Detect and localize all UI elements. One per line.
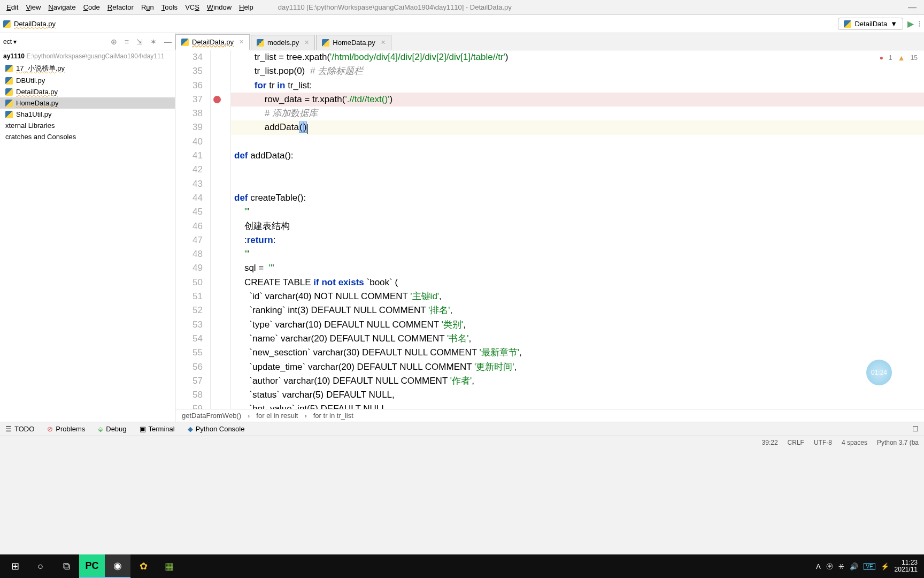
tree-item[interactable]: Sha1Util.py [0, 109, 175, 120]
tab-models[interactable]: models.py✕ [251, 35, 315, 50]
chevron-down-icon: ▼ [890, 20, 897, 28]
python-icon: ◆ [188, 425, 193, 433]
menu-refactor[interactable]: Refactor [104, 2, 137, 12]
tree-item[interactable]: 17_小说榜单.py [0, 62, 175, 75]
menu-tools[interactable]: Tools [158, 2, 181, 12]
nav-bar: DetailData.py DetailData ▼ ▶ ⁝ [0, 15, 924, 33]
volume-icon[interactable]: 🔊 [850, 562, 858, 571]
app-taskbar-icon[interactable]: ✿ [130, 554, 156, 578]
breadcrumb-item[interactable]: getDataFromWeb() [182, 412, 241, 420]
todo-icon: ☰ [5, 425, 12, 433]
nav-file-name: DetailData.py [14, 20, 56, 28]
tree-item-scratches[interactable]: cratches and Consoles [0, 131, 175, 142]
python-file-icon [5, 111, 13, 118]
breadcrumb-item[interactable]: for el in result [256, 412, 298, 420]
menu-bar: Edit View Navigate Code Refactor Run Too… [3, 2, 257, 12]
run-button-icon[interactable]: ▶ [907, 19, 914, 29]
python-file-icon [844, 20, 851, 28]
editor-tabs: DetailData.py✕ models.py✕ HomeData.py✕ [175, 33, 924, 50]
line-separator[interactable]: CRLF [788, 439, 804, 446]
hide-icon[interactable]: — [164, 37, 172, 46]
python-file-icon [181, 39, 189, 46]
system-tray[interactable]: ᐱ ㊥ ⚹ 🔊 VE ⚡ 11:23 2021/11 [816, 559, 922, 573]
start-button[interactable]: ⊞ [2, 554, 28, 578]
tray-chevron-icon[interactable]: ᐱ [816, 562, 821, 571]
title-bar: Edit View Navigate Code Refactor Run Too… [0, 0, 924, 15]
editor-area: DetailData.py✕ models.py✕ HomeData.py✕ ●… [175, 33, 924, 422]
breakpoint-column[interactable] [211, 50, 224, 409]
status-bar: 39:22 CRLF UTF-8 4 spaces Python 3.7 (ba [0, 436, 924, 448]
menu-help[interactable]: Help [236, 2, 257, 12]
problems-tool[interactable]: ⊘Problems [47, 425, 85, 433]
python-file-icon [5, 88, 13, 96]
python-file-icon [322, 39, 329, 47]
tool-window-bar: ☰TODO ⊘Problems ⬙Debug ▣Terminal ◆Python… [0, 422, 924, 436]
terminal-tool[interactable]: ▣Terminal [140, 425, 175, 433]
cursor-position[interactable]: 39:22 [762, 439, 778, 446]
line-gutter[interactable]: 3435363738394041424344454647484950515253… [175, 50, 211, 409]
run-config-selector[interactable]: DetailData ▼ [838, 18, 903, 30]
minimize-icon[interactable]: — [908, 3, 917, 12]
pycharm-taskbar-icon[interactable]: PC [79, 554, 105, 578]
menu-edit[interactable]: Edit [3, 2, 21, 12]
terminal-icon: ▣ [140, 425, 146, 433]
ime-icon[interactable]: ㊥ [826, 561, 833, 571]
close-icon[interactable]: ✕ [304, 39, 309, 46]
problems-icon: ⊘ [47, 425, 53, 433]
cortana-icon[interactable]: ○ [28, 554, 53, 578]
python-file-icon [5, 100, 13, 107]
app-tray-icon[interactable]: VE [864, 563, 875, 570]
interpreter[interactable]: Python 3.7 (ba [877, 439, 919, 446]
close-icon[interactable]: ✕ [239, 39, 244, 45]
tab-homedata[interactable]: HomeData.py✕ [316, 35, 391, 50]
app-taskbar-icon[interactable]: ▦ [156, 554, 182, 578]
menu-window[interactable]: Window [204, 2, 235, 12]
menu-code[interactable]: Code [80, 2, 103, 12]
menu-navigate[interactable]: Navigate [45, 2, 79, 12]
tree-item[interactable]: DetailData.py [0, 86, 175, 97]
code-editor[interactable]: ●1 ▲15 343536373839404142434445464748495… [175, 50, 924, 409]
python-file-icon [5, 65, 13, 72]
python-file-icon [257, 39, 264, 47]
tree-item[interactable]: DBUtil.py [0, 75, 175, 86]
timestamp-overlay: 01:24 [866, 360, 892, 385]
expand-icon[interactable]: ≡ [125, 37, 129, 46]
indent-setting[interactable]: 4 spaces [842, 439, 867, 446]
task-view-icon[interactable]: ⧉ [53, 554, 79, 578]
window-title: day1110 [E:\pythonWorkspase\guangCaiMao1… [278, 3, 512, 11]
menu-vcs[interactable]: VCS [182, 2, 203, 12]
code-lines[interactable]: tr_list = tree.xpath('/html/body/div[4]/… [231, 50, 924, 409]
python-file-icon [3, 20, 11, 28]
windows-taskbar: ⊞ ○ ⧉ PC ◉ ✿ ▦ ᐱ ㊥ ⚹ 🔊 VE ⚡ 11:23 2021/1… [0, 554, 924, 578]
close-icon[interactable]: ✕ [381, 39, 386, 46]
locate-icon[interactable]: ⊕ [111, 37, 117, 46]
network-icon[interactable]: ⚹ [838, 562, 844, 571]
taskbar-clock[interactable]: 11:23 2021/11 [895, 559, 918, 573]
run-config-label: DetailData [854, 20, 887, 28]
file-encoding[interactable]: UTF-8 [814, 439, 832, 446]
tree-item[interactable]: HomeData.py [0, 97, 175, 109]
chrome-taskbar-icon[interactable]: ◉ [105, 554, 130, 578]
fold-column[interactable] [224, 50, 231, 409]
settings-icon[interactable]: ✶ [150, 37, 157, 46]
tree-item-external-libs[interactable]: xternal Libraries [0, 120, 175, 131]
project-root[interactable]: ay1110 E:\pythonWorkspase\guangCaiMao190… [0, 50, 175, 62]
debug-tool[interactable]: ⬙Debug [98, 425, 126, 433]
python-console-tool[interactable]: ◆Python Console [188, 425, 245, 433]
battery-icon[interactable]: ⚡ [881, 562, 889, 571]
more-actions-icon[interactable]: ⁝ [918, 19, 921, 29]
project-sidebar: ect ▾ ⊕ ≡ ⇲ ✶ — ay1110 E:\pythonWorkspas… [0, 33, 175, 422]
breadcrumb-item[interactable]: for tr in tr_list [313, 412, 353, 420]
menu-run[interactable]: Run [138, 2, 157, 12]
todo-tool[interactable]: ☰TODO [5, 425, 34, 433]
event-log-icon[interactable]: ☐ [912, 425, 919, 433]
tab-detaildata[interactable]: DetailData.py✕ [175, 34, 250, 50]
collapse-icon[interactable]: ⇲ [136, 37, 143, 46]
breadcrumbs[interactable]: getDataFromWeb()› for el in result› for … [175, 409, 924, 422]
python-file-icon [5, 77, 13, 85]
project-dropdown[interactable]: ect ▾ [3, 38, 111, 45]
bug-icon: ⬙ [98, 425, 103, 433]
menu-view[interactable]: View [22, 2, 44, 12]
